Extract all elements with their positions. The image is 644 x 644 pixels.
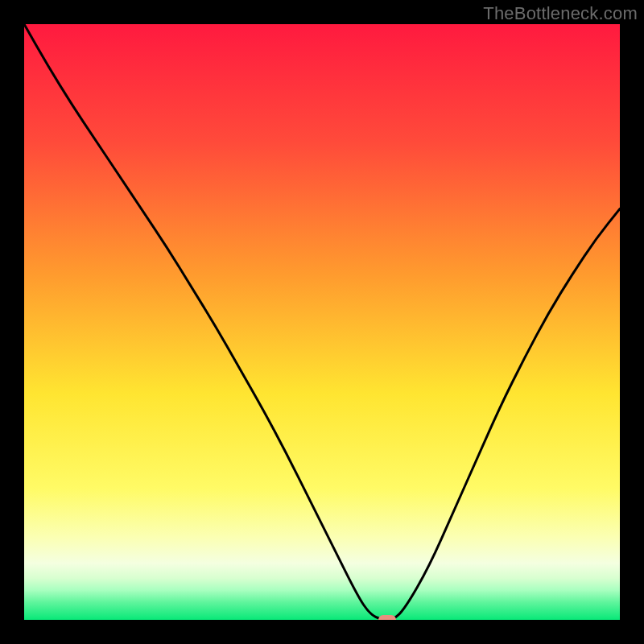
watermark-text: TheBottleneck.com bbox=[483, 3, 638, 24]
curve-layer bbox=[24, 24, 620, 620]
plot-area bbox=[24, 24, 620, 620]
optimal-marker bbox=[378, 615, 396, 620]
chart-frame: TheBottleneck.com bbox=[0, 0, 644, 644]
bottleneck-curve bbox=[24, 24, 620, 620]
